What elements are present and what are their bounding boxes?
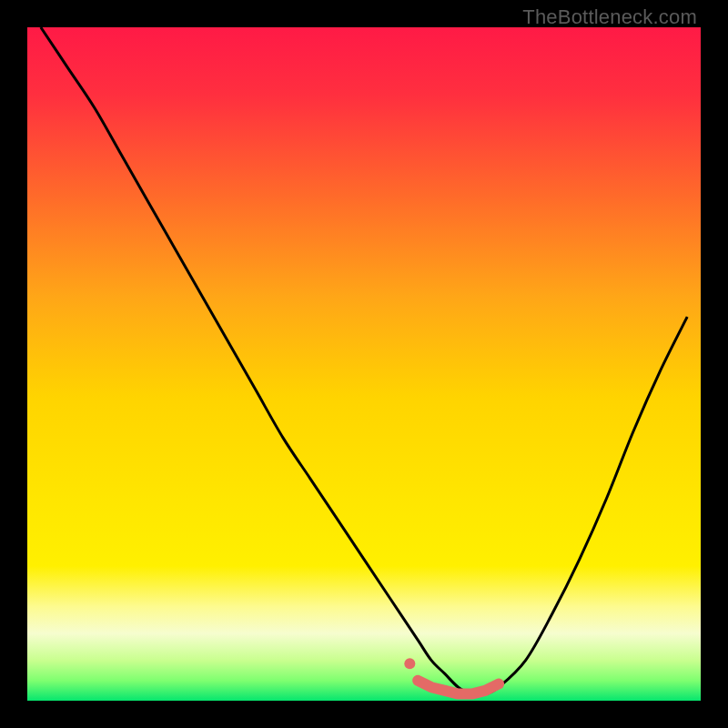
plot-area	[27, 27, 701, 701]
optimal-range-markers	[404, 658, 499, 693]
watermark-text: TheBottleneck.com	[522, 5, 697, 29]
optimal-range-start-dot	[404, 658, 415, 669]
curve-layer	[27, 27, 701, 701]
chart-frame	[27, 27, 701, 701]
bottleneck-curve	[41, 27, 687, 695]
